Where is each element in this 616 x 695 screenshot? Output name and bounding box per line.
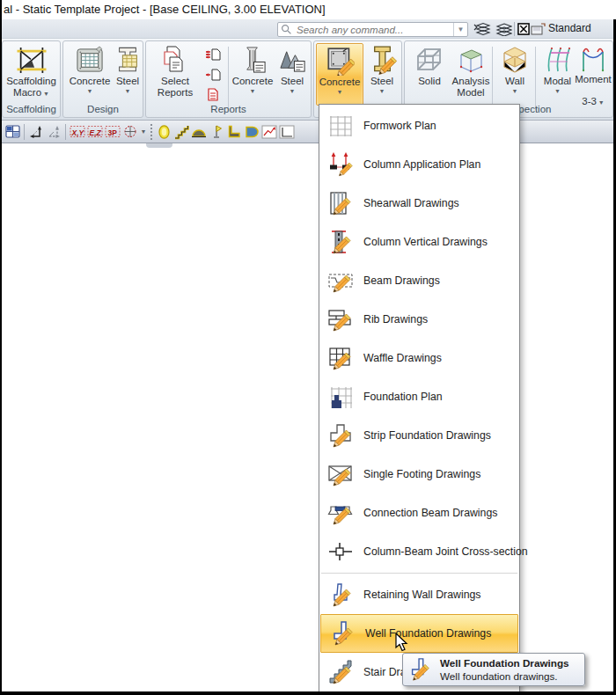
menu-item-foundation-plan[interactable]: Foundation Plan	[319, 377, 519, 416]
ribbon-group-design: Concrete ▼ Steel ▼ Design	[62, 40, 143, 118]
menu-item-formwork-plan[interactable]: Formwork Plan	[319, 106, 519, 145]
stair-drawings-icon	[326, 658, 355, 686]
stairs-tool-icon[interactable]	[172, 123, 190, 141]
group-inner-separator	[492, 47, 493, 110]
moment-3-3-button[interactable]: Moment 3-3 ▼	[574, 43, 612, 104]
tooltip-description: Well foundation drawings.	[440, 669, 569, 683]
solid-icon	[414, 44, 445, 76]
select-reports-icon	[160, 44, 190, 76]
dome-tool-icon[interactable]	[190, 123, 208, 141]
analysis-model-button[interactable]: Analysis Model	[449, 43, 493, 104]
window-border-left	[0, 0, 2, 695]
menu-separator	[321, 573, 517, 574]
axes-tool-icon[interactable]	[278, 123, 296, 141]
drawings-concrete-button[interactable]: Concrete ▼	[316, 43, 363, 106]
layer-list-icon[interactable]	[473, 21, 492, 37]
moment-3-3-icon	[578, 44, 608, 74]
well-foundation-drawings-icon	[405, 655, 435, 684]
d-region-tool-icon[interactable]	[243, 123, 260, 141]
menu-item-column-beam-joint-cross-section[interactable]: Column-Beam Joint Cross-section	[319, 532, 519, 571]
reports-concrete-button[interactable]: Concrete ▼	[231, 43, 274, 104]
connection-beam-drawings-icon	[326, 499, 355, 527]
command-separator	[514, 22, 515, 36]
menu-item-rib-drawings[interactable]: Rib Drawings	[319, 300, 519, 339]
graph-tool-icon[interactable]	[260, 123, 278, 141]
column-beam-joint-icon	[326, 538, 355, 566]
title-bar: al - Static Template Project - [Base CEI…	[0, 0, 616, 19]
foundation-plan-icon	[326, 383, 355, 411]
reports-concrete-label: Concrete	[232, 76, 274, 87]
display-profile-label[interactable]: Standard	[548, 22, 591, 34]
concrete-drawings-menu: Formwork Plan Column Application Plan Sh…	[319, 104, 520, 695]
design-steel-button[interactable]: Steel ▼	[113, 43, 143, 104]
menu-item-single-footing-drawings[interactable]: Single Footing Drawings	[319, 455, 519, 494]
svg-text:E,Z: E,Z	[90, 128, 102, 137]
search-icon	[281, 24, 292, 35]
beam-drawings-icon	[326, 267, 355, 295]
coords-ez-icon[interactable]: E,Z	[86, 123, 104, 141]
menu-item-retaining-wall-drawings[interactable]: Retaining Wall Drawings	[319, 575, 519, 614]
wall-button[interactable]: Wall ▼	[495, 43, 534, 104]
design-concrete-button[interactable]: Concrete ▼	[68, 43, 112, 104]
group-label-reports: Reports	[146, 104, 311, 116]
tooltip-title: Well Foundation Drawings	[440, 656, 569, 669]
menu-item-well-foundation-drawings[interactable]: Well Foundation Drawings	[320, 614, 518, 653]
menu-item-column-vertical-drawings[interactable]: Column Vertical Drawings	[319, 223, 519, 261]
corner-tool-icon[interactable]	[225, 123, 243, 141]
wall-icon	[500, 44, 530, 76]
ucs-axes-icon[interactable]	[45, 123, 62, 141]
select-reports-button[interactable]: Select Reports	[150, 43, 200, 104]
group-label-design: Design	[63, 104, 143, 116]
ucs-rotate-icon[interactable]	[27, 123, 45, 141]
menu-item-connection-beam-drawings[interactable]: Connection Beam Drawings	[319, 494, 519, 532]
menu-item-waffle-drawings[interactable]: Waffle Drawings	[319, 339, 519, 377]
tooltip-well-foundation: Well Foundation Drawings Well foundation…	[402, 653, 585, 686]
display-profile-icon[interactable]	[530, 21, 546, 37]
drawings-steel-button[interactable]: Steel ▼	[364, 43, 400, 104]
dropdown-arrow-icon: ▼	[125, 88, 131, 95]
search-dropdown-button[interactable]: ▼	[453, 23, 467, 36]
menu-item-column-application-plan[interactable]: Column Application Plan	[319, 145, 519, 184]
window-panes-icon[interactable]	[4, 123, 21, 141]
report-document-icon[interactable]	[204, 85, 222, 103]
well-foundation-drawings-icon	[328, 619, 356, 647]
search-input[interactable]	[295, 24, 453, 36]
analysis-model-icon	[455, 44, 487, 76]
menu-item-beam-drawings[interactable]: Beam Drawings	[319, 261, 519, 300]
lamp-icon[interactable]	[155, 123, 172, 141]
coords-3p-icon[interactable]: 3P	[104, 123, 121, 141]
pin-tool-icon[interactable]	[208, 123, 225, 141]
steel-drawings-icon	[368, 44, 397, 76]
wall-label: Wall	[505, 76, 524, 87]
dropdown-arrow-icon: ▼	[290, 88, 296, 95]
layer-stack-icon[interactable]	[494, 21, 513, 37]
ribbon: Scaffolding Macro ▼ Scaffolding Concrete…	[0, 39, 616, 121]
menu-item-shearwall-drawings[interactable]: Shearwall Drawings	[319, 184, 519, 223]
concrete-design-icon	[76, 44, 105, 76]
scaffolding-macro-icon	[15, 44, 48, 76]
circle-center-icon[interactable]	[121, 123, 139, 141]
window-border-bottom	[0, 691, 616, 695]
quick-toolbar: X,Y E,Z 3P ▼	[0, 121, 616, 143]
dropdown-arrow-icon: ▼	[379, 88, 385, 95]
command-search[interactable]: ▼	[277, 22, 468, 37]
concrete-drawings-icon	[326, 45, 355, 77]
toolbar-drag-handle[interactable]	[150, 124, 152, 140]
add-report-rows-button[interactable]	[204, 45, 222, 62]
toolbar-collapse-notch[interactable]	[146, 143, 172, 148]
drawing-canvas[interactable]	[0, 143, 616, 692]
dropdown-arrow-icon: ▼	[554, 88, 561, 95]
menu-item-strip-foundation-drawings[interactable]: Strip Foundation Drawings	[319, 416, 519, 455]
ribbon-group-scaffolding: Scaffolding Macro ▼ Scaffolding	[2, 40, 61, 118]
toolbar-overflow-button[interactable]: ▼	[139, 123, 148, 141]
ribbon-group-reports: Select Reports	[145, 40, 312, 118]
scaffolding-macro-button[interactable]: Scaffolding Macro ▼	[4, 43, 59, 104]
close-box-icon[interactable]	[517, 21, 531, 37]
solid-button[interactable]: Solid	[409, 43, 450, 104]
reports-steel-button[interactable]: Steel ▼	[275, 43, 310, 104]
coords-xy-icon[interactable]: X,Y	[69, 123, 86, 141]
dropdown-arrow-icon: ▼	[337, 89, 343, 96]
add-report-row-button[interactable]	[204, 65, 222, 83]
select-reports-label: Select Reports	[150, 76, 200, 98]
modal-button[interactable]: Modal ▼	[539, 43, 576, 104]
